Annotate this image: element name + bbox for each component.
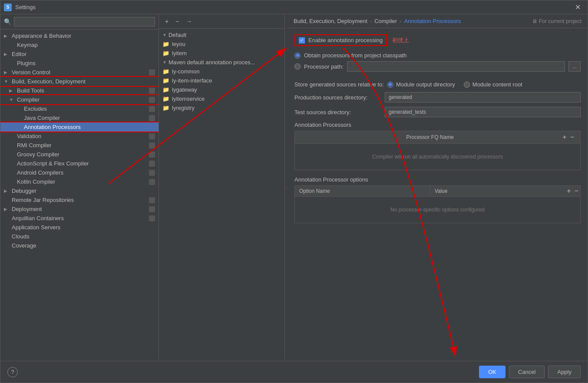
sidebar-item-label: Groovy Compiler	[17, 151, 59, 158]
sidebar-item-remote-jar[interactable]: Remote Jar Repositories	[0, 195, 159, 205]
sidebar-item-editor[interactable]: ▶ Editor	[0, 50, 159, 59]
sidebar-item-java-compiler[interactable]: Java Compiler	[0, 113, 159, 122]
sidebar-item-app-servers[interactable]: Application Servers	[0, 223, 159, 232]
sidebar-item-excludes[interactable]: Excludes	[0, 104, 159, 113]
sidebar-item-label: Excludes	[24, 106, 47, 112]
obtain-classpath-radio[interactable]	[294, 53, 301, 59]
middle-item-ly-item-interface[interactable]: 📁 ly-item-interface	[159, 76, 284, 85]
close-button[interactable]: ✕	[571, 1, 584, 13]
badge-icon	[149, 152, 155, 158]
app-icon: S	[4, 3, 12, 11]
middle-item-lyregistry[interactable]: 📁 lyregistry	[159, 103, 284, 112]
sidebar: 🔍 ▶ Appearance & Behavior Keymap ▶ Edito…	[0, 14, 159, 361]
middle-item-lyitem[interactable]: 📁 lyitem	[159, 49, 284, 58]
arrow-icon: ▼	[162, 60, 167, 65]
sidebar-item-rmi-compiler[interactable]: RMI Compiler	[0, 141, 159, 150]
add-config-button[interactable]: +	[162, 17, 171, 26]
sidebar-item-actionscript[interactable]: ActionScript & Flex Compiler	[0, 159, 159, 168]
sidebar-item-build-execution[interactable]: ▼ Build, Execution, Deployment	[0, 77, 159, 86]
app-icon-letter: S	[7, 5, 10, 10]
sidebar-item-label: Appearance & Behavior	[12, 33, 71, 39]
module-content-radio[interactable]	[464, 82, 470, 88]
middle-item-lygateway[interactable]: 📁 lygateway	[159, 85, 284, 94]
sidebar-item-label: ActionScript & Flex Compiler	[17, 160, 89, 167]
annotation-note: 初优上	[392, 36, 409, 44]
middle-item-ly-common[interactable]: 📁 ly-common	[159, 67, 284, 76]
middle-item-default[interactable]: ▼ Default	[159, 30, 284, 40]
ok-button[interactable]: OK	[479, 366, 505, 378]
production-sources-input[interactable]	[385, 92, 581, 102]
breadcrumb-part-1: Build, Execution, Deployment	[294, 18, 367, 24]
apply-button[interactable]: Apply	[548, 366, 581, 378]
sidebar-item-appearance[interactable]: ▶ Appearance & Behavior	[0, 31, 159, 40]
obtain-classpath-row[interactable]: Obtain processors from project classpath	[294, 52, 581, 59]
sidebar-item-label: Java Compiler	[24, 115, 60, 121]
search-input[interactable]	[14, 17, 155, 26]
middle-item-label: ly-item-interface	[172, 77, 212, 84]
processor-path-radio[interactable]	[294, 63, 301, 69]
sidebar-item-compiler[interactable]: ▼ Compiler	[0, 95, 159, 104]
remove-option-button[interactable]: −	[573, 187, 580, 195]
folder-icon: 📁	[162, 86, 169, 93]
remove-processor-button[interactable]: −	[568, 133, 576, 141]
folder-icon: 📁	[162, 68, 169, 75]
annotation-options-section-label: Annotation Processor options	[294, 176, 581, 183]
sidebar-item-arquillian[interactable]: Arquillian Containers	[0, 214, 159, 223]
sidebar-item-label: Build, Execution, Deployment	[12, 78, 86, 85]
sidebar-item-label: Compiler	[17, 96, 40, 103]
annotation-options-empty: No processor-specific options configured	[295, 197, 580, 223]
middle-item-label: lyitem	[172, 50, 187, 56]
add-option-button[interactable]: +	[565, 187, 572, 195]
sidebar-item-label: Kotlin Compiler	[17, 178, 55, 185]
module-output-dir-option[interactable]: Module output directory	[387, 81, 455, 88]
sidebar-item-android-compilers[interactable]: Android Compilers	[0, 168, 159, 177]
source-radio-group: Obtain processors from project classpath…	[294, 52, 581, 76]
module-output-radio[interactable]	[387, 82, 393, 88]
sidebar-item-label: Clouds	[12, 233, 29, 240]
sidebar-item-kotlin-compiler[interactable]: Kotlin Compiler	[0, 177, 159, 186]
sidebar-item-annotation-processors[interactable]: Annotation Processors	[0, 122, 159, 132]
processor-path-input[interactable]	[347, 61, 565, 72]
processor-path-row: Processor path: …	[294, 61, 581, 72]
module-content-root-option[interactable]: Module content root	[464, 81, 522, 88]
production-sources-label: Production sources directory:	[294, 94, 381, 101]
search-icon: 🔍	[4, 18, 11, 25]
sidebar-item-build-tools[interactable]: ▶ Build Tools	[0, 86, 159, 95]
sidebar-item-deployment[interactable]: ▶ Deployment	[0, 205, 159, 214]
sidebar-item-version-control[interactable]: ▶ Version Control	[0, 68, 159, 77]
navigate-config-button[interactable]: →	[183, 17, 195, 26]
sidebar-item-keymap[interactable]: Keymap	[0, 40, 159, 50]
sidebar-item-groovy-compiler[interactable]: Groovy Compiler	[0, 150, 159, 159]
arrow-icon: ▶	[4, 207, 10, 211]
cancel-button[interactable]: Cancel	[509, 366, 545, 378]
middle-item-lyitemservice[interactable]: 📁 lyitemservice	[159, 94, 284, 103]
help-icon: ?	[11, 369, 14, 375]
arrow-icon: ▶	[9, 88, 15, 93]
enable-annotation-checkbox[interactable]	[299, 37, 305, 43]
sidebar-item-clouds[interactable]: Clouds	[0, 232, 159, 241]
sidebar-item-label: Remote Jar Repositories	[12, 197, 74, 203]
help-button[interactable]: ?	[7, 367, 18, 377]
middle-item-maven-default[interactable]: ▼ Maven default annotation proces...	[159, 58, 284, 67]
folder-icon: 📁	[162, 77, 169, 84]
middle-item-leyou[interactable]: 📁 leyou	[159, 40, 284, 49]
arrow-icon: ▶	[4, 33, 10, 38]
middle-toolbar: + − →	[159, 14, 284, 29]
annotation-options-empty-text: No processor-specific options configured	[390, 207, 485, 213]
remove-config-button[interactable]: −	[173, 17, 182, 26]
path-browse-button[interactable]: …	[568, 61, 581, 72]
for-current-label: For current project	[539, 18, 581, 24]
test-sources-input[interactable]	[385, 107, 581, 117]
badge-icon	[149, 69, 155, 76]
sidebar-item-label: Plugins	[17, 60, 36, 66]
obtain-classpath-label: Obtain processors from project classpath	[304, 52, 406, 59]
sidebar-item-plugins[interactable]: Plugins	[0, 59, 159, 68]
sidebar-item-coverage[interactable]: Coverage	[0, 241, 159, 250]
store-sources-row: Store generated sources relative to: Mod…	[294, 81, 581, 88]
add-processor-button[interactable]: +	[561, 133, 568, 141]
search-bar: 🔍	[0, 14, 159, 30]
value-header: Value	[430, 186, 565, 196]
sidebar-item-debugger[interactable]: ▶ Debugger	[0, 186, 159, 195]
folder-icon: 📁	[162, 105, 169, 111]
sidebar-item-validation[interactable]: Validation	[0, 132, 159, 141]
